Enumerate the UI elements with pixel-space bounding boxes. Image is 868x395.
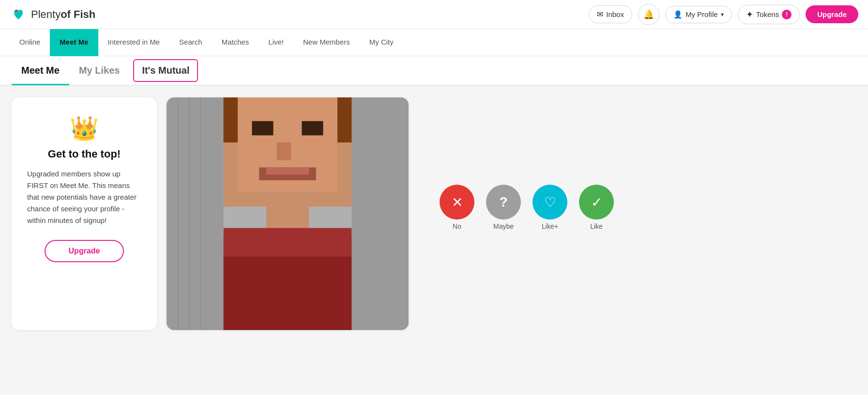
main-nav: Online Meet Me Interested in Me Search M… (0, 29, 868, 56)
pixelated-photo-svg (167, 97, 409, 330)
nav-item-my-city[interactable]: My City (360, 29, 403, 56)
like-plus-button[interactable]: ♡ (533, 185, 567, 220)
upgrade-card-description: Upgraded members show up FIRST on Meet M… (27, 168, 141, 226)
no-label: No (453, 222, 461, 230)
svg-rect-10 (252, 121, 273, 135)
action-area: ✕ No ? Maybe ♡ Like+ ✓ Like (420, 97, 633, 230)
profile-icon: 👤 (673, 10, 683, 19)
logo[interactable]: Plentyof Fish (10, 6, 95, 23)
my-profile-button[interactable]: 👤 My Profile ▾ (665, 6, 732, 23)
svg-rect-18 (167, 97, 224, 330)
svg-rect-17 (224, 228, 352, 256)
upgrade-card-button[interactable]: Upgrade (45, 240, 124, 262)
header: Plentyof Fish ✉ Inbox 🔔 👤 My Profile ▾ ✦… (0, 0, 868, 29)
svg-rect-19 (351, 97, 409, 330)
inbox-button[interactable]: ✉ Inbox (589, 5, 632, 23)
profile-card (167, 97, 409, 330)
upgrade-card: 👑 Get to the top! Upgraded members show … (12, 97, 157, 330)
action-buttons: ✕ No ? Maybe ♡ Like+ ✓ Like (440, 185, 614, 230)
svg-rect-11 (302, 121, 323, 135)
svg-rect-12 (277, 142, 291, 160)
bell-icon: 🔔 (643, 9, 654, 20)
no-button[interactable]: ✕ (440, 185, 474, 220)
nav-item-search[interactable]: Search (169, 29, 212, 56)
tokens-badge: ! (782, 10, 792, 19)
pof-logo-icon (10, 6, 27, 23)
like-label: Like (590, 222, 603, 230)
crown-icon: 👑 (70, 117, 99, 140)
no-action-group: ✕ No (440, 185, 474, 230)
nav-item-interested-in-me[interactable]: Interested in Me (98, 29, 170, 56)
nav-item-meet-me[interactable]: Meet Me (50, 29, 98, 56)
sub-tab-meet-me[interactable]: Meet Me (12, 57, 69, 85)
tokens-button[interactable]: ✦ Tokens ! (738, 5, 800, 24)
notifications-button[interactable]: 🔔 (638, 4, 659, 25)
inbox-label: Inbox (606, 10, 624, 18)
my-profile-label: My Profile (685, 10, 718, 18)
upgrade-card-title: Get to the top! (48, 148, 121, 160)
sub-tab-my-likes[interactable]: My Likes (69, 57, 129, 85)
like-button[interactable]: ✓ (579, 185, 614, 220)
logo-text: Plentyof Fish (31, 8, 95, 21)
like-plus-action-group: ♡ Like+ (533, 185, 567, 230)
maybe-label: Maybe (493, 222, 514, 230)
like-plus-label: Like+ (542, 222, 558, 230)
profile-photo (167, 97, 409, 330)
tokens-star-icon: ✦ (746, 9, 753, 20)
chevron-down-icon: ▾ (721, 11, 724, 18)
header-actions: ✉ Inbox 🔔 👤 My Profile ▾ ✦ Tokens ! Upgr… (589, 4, 858, 25)
sub-tab-its-mutual[interactable]: It's Mutual (133, 59, 198, 82)
main-content: 👑 Get to the top! Upgraded members show … (0, 86, 868, 342)
nav-item-live[interactable]: Live! (259, 29, 293, 56)
maybe-button[interactable]: ? (486, 185, 521, 220)
inbox-icon: ✉ (597, 10, 603, 19)
sub-tabs: Meet Me My Likes It's Mutual (0, 56, 868, 86)
nav-item-matches[interactable]: Matches (212, 29, 259, 56)
nav-item-new-members[interactable]: New Members (293, 29, 360, 56)
upgrade-header-button[interactable]: Upgrade (806, 5, 858, 23)
svg-rect-14 (266, 167, 309, 174)
nav-item-online[interactable]: Online (10, 29, 50, 56)
maybe-action-group: ? Maybe (486, 185, 521, 230)
tokens-label: Tokens (756, 10, 779, 18)
like-action-group: ✓ Like (579, 185, 614, 230)
